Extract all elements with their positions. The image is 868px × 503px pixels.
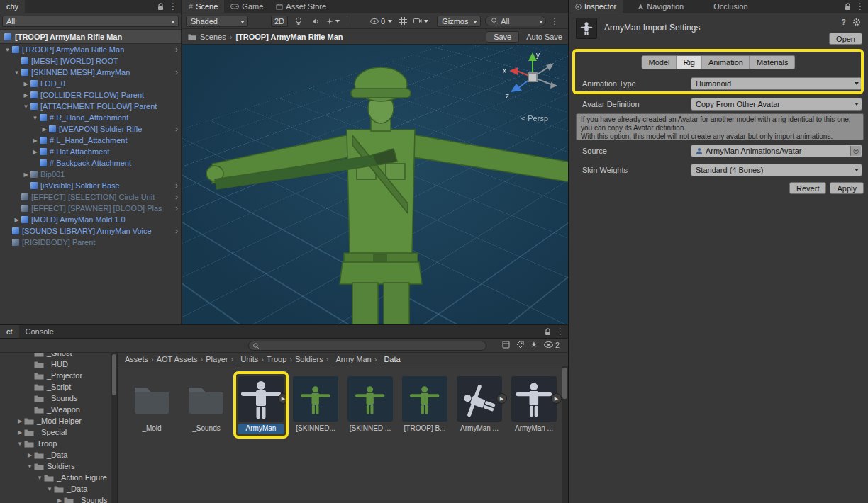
breadcrumb-item[interactable]: AOT Assets	[157, 355, 198, 363]
tab-hierarchy[interactable]: chy	[0, 0, 25, 13]
breadcrumb-item[interactable]: Assets	[125, 355, 148, 363]
shading-mode-dropdown[interactable]: Shaded	[186, 16, 248, 27]
folder-tree-item[interactable]: ▶ _Special	[0, 426, 111, 438]
breadcrumb-item[interactable]: _Data	[379, 355, 400, 363]
prefab-open-chevron[interactable]: ›	[175, 45, 178, 54]
asset-item[interactable]: ▶ [SKINNED ...	[347, 376, 393, 434]
perspective-mode-label[interactable]: < Persp	[521, 114, 548, 123]
expand-arrow-icon[interactable]: ▶	[21, 171, 30, 178]
folder-tree-item[interactable]: ▼ _Action Figure	[0, 472, 111, 483]
orientation-gizmo[interactable]: x y z	[501, 49, 561, 108]
tab-navigation[interactable]: Navigation	[631, 0, 690, 13]
tab-game[interactable]: Game	[224, 0, 269, 13]
asset-item[interactable]: ▶ ArmyMan ...	[457, 376, 502, 434]
tab-inspector[interactable]: Inspector	[569, 0, 623, 13]
hierarchy-item[interactable]: ▶ # Hat Attachment ›	[0, 146, 181, 157]
folder-tree-item[interactable]: ▼ _Data	[0, 483, 111, 494]
expand-arrow-icon[interactable]: ▶	[16, 418, 24, 424]
asset-item[interactable]: ▶ ArmyMan	[238, 376, 284, 434]
revert-button[interactable]: Revert	[789, 182, 826, 194]
lock-icon[interactable]	[157, 3, 164, 11]
hierarchy-item[interactable]: [RIGIDBODY] Parent ›	[0, 237, 181, 248]
folder-tree-item[interactable]: _Weapon	[0, 404, 111, 415]
2d-toggle-button[interactable]: 2D	[271, 16, 288, 27]
asset-grid-scrollbar[interactable]	[562, 366, 568, 503]
source-object-field[interactable]: ArmyMan AnimationsAvatar ◎	[691, 145, 862, 157]
gizmos-dropdown[interactable]: Gizmos	[437, 16, 481, 27]
avatar-definition-dropdown[interactable]: Copy From Other Avatar	[691, 98, 862, 111]
prefab-open-chevron[interactable]: ›	[175, 204, 178, 213]
breadcrumb-item[interactable]: Soldiers	[295, 355, 323, 363]
hierarchy-item[interactable]: ▶ Bip001 ›	[0, 169, 181, 180]
asset-thumbnail[interactable]	[129, 376, 174, 422]
hierarchy-item[interactable]: ▼ [TROOP] ArmyMan Rifle Man ›	[0, 44, 181, 55]
asset-thumbnail[interactable]	[238, 376, 284, 422]
kebab-menu-icon[interactable]: ⋮	[550, 17, 559, 26]
expand-arrow-icon[interactable]: ▶	[16, 429, 24, 436]
folder-tree-item[interactable]: ▼ Soldiers	[0, 460, 111, 472]
expand-arrow-icon[interactable]: ▶	[30, 149, 40, 155]
skin-weights-dropdown[interactable]: Standard (4 Bones)	[691, 164, 862, 176]
asset-item[interactable]: ▶ [TROOP] B...	[402, 376, 447, 434]
asset-thumbnail[interactable]	[347, 376, 393, 422]
breadcrumb-scenes[interactable]: Scenes	[200, 33, 226, 41]
expand-arrow-icon[interactable]: ▼	[12, 69, 21, 76]
folder-tree-item[interactable]: _Script	[0, 381, 111, 392]
hierarchy-search-filter[interactable]: All	[2, 16, 179, 27]
animation-type-dropdown[interactable]: Humanoid	[691, 77, 862, 90]
hierarchy-item[interactable]: ▶ [WEAPON] Soldier Rifle ›	[0, 123, 181, 135]
folder-tree-item[interactable]: _Sounds	[0, 392, 111, 404]
prefab-open-chevron[interactable]: ›	[175, 68, 178, 77]
camera-settings-dropdown[interactable]	[413, 16, 428, 27]
asset-thumbnail[interactable]	[511, 376, 557, 422]
expand-arrow-icon[interactable]: ▼	[3, 47, 12, 53]
hierarchy-item[interactable]: ▶ [MOLD] ArmyMan Mold 1.0 ›	[0, 214, 181, 225]
tab-rig[interactable]: Rig	[677, 55, 702, 69]
asset-thumbnail[interactable]	[293, 376, 338, 422]
hierarchy-item[interactable]: [SOUNDS LIBRARY] ArmyMan Voice ›	[0, 225, 181, 237]
expand-arrow-icon[interactable]: ▼	[21, 103, 30, 110]
expand-arrow-icon[interactable]: ▶	[26, 452, 34, 458]
search-by-type-icon[interactable]	[502, 341, 510, 349]
play-badge-icon[interactable]: ▶	[278, 393, 289, 404]
hidden-packages-toggle[interactable]: 2	[544, 341, 560, 349]
scene-viewport[interactable]: x y z < Persp	[182, 45, 568, 324]
tab-animation[interactable]: Animation	[702, 55, 750, 69]
tab-asset-store[interactable]: Asset Store	[269, 0, 333, 13]
tab-occlusion[interactable]: Occlusion	[707, 0, 754, 13]
kebab-menu-icon[interactable]: ⋮	[556, 327, 564, 336]
asset-thumbnail[interactable]	[184, 376, 229, 422]
lighting-toggle-icon[interactable]	[292, 16, 305, 27]
expand-arrow-icon[interactable]: ▶	[21, 92, 30, 98]
project-search-field[interactable]	[248, 341, 486, 351]
folder-tree-item[interactable]: ▶ _Sounds	[0, 494, 111, 503]
expand-arrow-icon[interactable]: ▶	[30, 137, 40, 144]
expand-arrow-icon[interactable]: ▶	[40, 126, 49, 132]
hierarchy-item[interactable]: ▶ # L_Hand_Attachment ›	[0, 135, 181, 146]
expand-arrow-icon[interactable]: ▼	[45, 486, 54, 492]
kebab-menu-icon[interactable]: ⋮	[856, 2, 864, 11]
folder-tree-item[interactable]: ▶ _Data	[0, 449, 111, 460]
hierarchy-item[interactable]: # Backpack Attachment ›	[0, 157, 181, 169]
prefab-stage-header[interactable]: [TROOP] ArmyMan Rifle Man	[0, 29, 181, 44]
asset-thumbnail[interactable]	[457, 376, 502, 422]
expand-arrow-icon[interactable]: ▶	[12, 217, 21, 223]
expand-arrow-icon[interactable]: ▼	[16, 441, 24, 447]
prefab-open-chevron[interactable]: ›	[175, 181, 178, 190]
search-by-label-icon[interactable]	[516, 341, 524, 349]
apply-button[interactable]: Apply	[830, 182, 864, 194]
hierarchy-item[interactable]: ▼ [ATTACHMENT FOLLOW] Parent ›	[0, 101, 181, 112]
asset-item[interactable]: ▶ [SKINNED...	[293, 376, 338, 434]
open-button[interactable]: Open	[829, 33, 862, 45]
tab-scene[interactable]: # Scene	[182, 0, 224, 13]
prefab-open-chevron[interactable]: ›	[175, 125, 178, 133]
play-badge-icon[interactable]: ▶	[496, 393, 507, 404]
hierarchy-item[interactable]: [EFFECT] [SPAWNER] [BLOOD] Plas ›	[0, 203, 181, 214]
asset-item[interactable]: ▶ _Sounds	[184, 376, 229, 434]
folder-tree-scrollbar[interactable]	[111, 353, 117, 503]
folder-tree-item[interactable]: ▶ _Mod Helper	[0, 415, 111, 426]
hierarchy-item[interactable]: ▶ LOD_0 ›	[0, 78, 181, 89]
audio-toggle-icon[interactable]	[309, 16, 322, 27]
gear-icon[interactable]	[852, 18, 861, 26]
auto-save-toggle[interactable]: Auto Save	[526, 33, 562, 41]
